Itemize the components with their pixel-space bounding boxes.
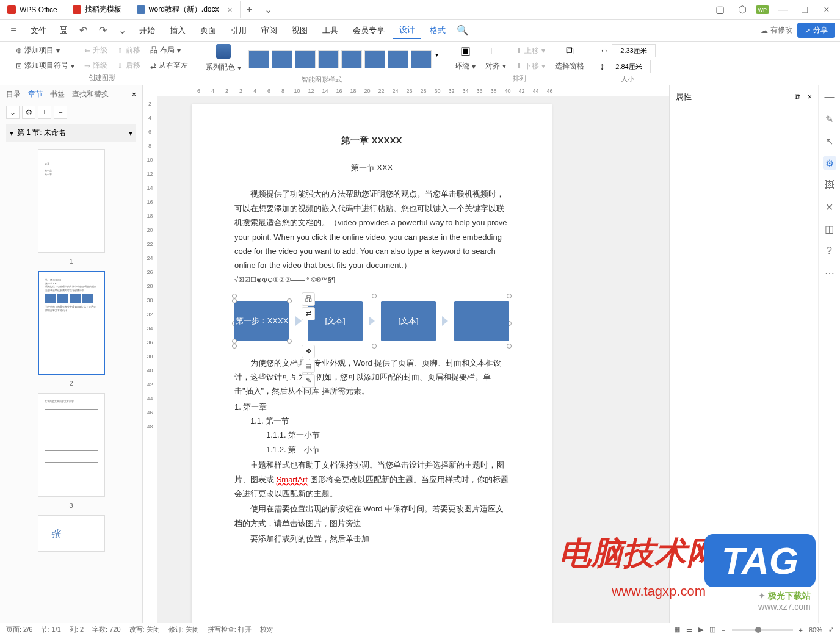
collapse-button[interactable]: ⌄ bbox=[6, 106, 20, 119]
dropdown-icon[interactable]: ⌄ bbox=[114, 22, 131, 39]
add-tab-button[interactable]: + bbox=[241, 4, 258, 15]
status-section[interactable]: 节: 1/1 bbox=[41, 625, 60, 634]
width-input[interactable] bbox=[612, 44, 656, 57]
share-button[interactable]: ↗ 分享 bbox=[797, 23, 835, 38]
move-down-button[interactable]: ⬇ 下移 ▾ bbox=[513, 60, 548, 73]
section-1[interactable]: ▾ 第 1 节: 未命名 ▾ bbox=[6, 124, 136, 142]
modify-indicator[interactable]: ☁ 有修改 bbox=[761, 25, 792, 35]
thumb-page-1[interactable]: 目录第一章第一节 bbox=[38, 149, 105, 253]
move-tool-icon[interactable]: ✥ bbox=[302, 345, 315, 358]
smartart-step-4[interactable] bbox=[454, 301, 509, 341]
menu-member[interactable]: 会员专享 bbox=[347, 23, 391, 38]
fit-icon[interactable]: ⤢ bbox=[828, 626, 834, 634]
status-words[interactable]: 字数: 720 bbox=[92, 625, 120, 634]
tab-menu-button[interactable]: ⌄ bbox=[258, 4, 278, 15]
add-section-button[interactable]: + bbox=[38, 106, 51, 119]
close-icon[interactable]: × bbox=[807, 92, 812, 101]
tab-template[interactable]: 找稻壳模板 bbox=[65, 1, 129, 18]
tools-icon[interactable]: ✕ bbox=[823, 200, 836, 214]
style-preset-2[interactable] bbox=[272, 50, 292, 68]
menu-insert[interactable]: 插入 bbox=[164, 23, 192, 38]
save-icon[interactable]: 🖫 bbox=[55, 22, 72, 39]
style-preset-4[interactable] bbox=[318, 50, 339, 68]
thumb-page-3[interactable]: 文本内容文本内容文本内容 bbox=[38, 393, 105, 497]
image-icon[interactable]: 🖼 bbox=[823, 178, 836, 192]
status-page[interactable]: 页面: 2/6 bbox=[6, 625, 32, 634]
style-preset-8[interactable] bbox=[411, 50, 432, 68]
menu-tools[interactable]: 工具 bbox=[316, 23, 344, 38]
view-print-icon[interactable]: ▦ bbox=[674, 626, 680, 634]
select-pane-button[interactable]: 选择窗格 bbox=[552, 60, 587, 73]
view-outline-icon[interactable]: ☰ bbox=[686, 626, 692, 634]
gallery-more-button[interactable]: ▾ bbox=[434, 50, 440, 68]
selection-handle[interactable] bbox=[232, 344, 237, 349]
selection-handle[interactable] bbox=[507, 344, 512, 349]
smartart-step-2[interactable]: [文本] bbox=[308, 301, 363, 341]
settings-icon[interactable]: ⚙ bbox=[823, 156, 836, 170]
align-button[interactable]: 对齐 ▾ bbox=[483, 60, 509, 73]
undo-icon[interactable]: ↶ bbox=[74, 22, 92, 39]
smartart-step-1[interactable]: 第一步：XXXX bbox=[234, 301, 289, 341]
settings-button[interactable]: ⚙ bbox=[22, 106, 35, 119]
panel-close-icon[interactable]: × bbox=[132, 90, 136, 99]
thumb-page-2[interactable]: 第一章 XXXXX第一节 XXX 视频提供了功能强大的方法帮助您证明您的观点当您… bbox=[38, 271, 105, 375]
demote-button[interactable]: ⇒ 降级 bbox=[82, 59, 110, 72]
layers-icon[interactable]: ◫ bbox=[823, 222, 836, 236]
height-input[interactable] bbox=[607, 60, 651, 73]
help-icon[interactable]: ? bbox=[823, 244, 836, 258]
tab-document[interactable]: word教程（新）.docx × bbox=[129, 1, 241, 18]
remove-section-button[interactable]: − bbox=[54, 106, 67, 119]
status-revision[interactable]: 修订: 关闭 bbox=[168, 625, 199, 634]
view-web-icon[interactable]: ◫ bbox=[709, 626, 715, 634]
rtl-button[interactable]: ⇄ 从右至左 bbox=[148, 59, 190, 72]
thumb-page-4[interactable]: 张 bbox=[38, 515, 105, 552]
more-icon[interactable]: ⋯ bbox=[823, 266, 836, 280]
smartart-step-3[interactable]: [文本] bbox=[381, 301, 436, 341]
status-proof[interactable]: 校对 bbox=[260, 625, 273, 634]
menu-reference[interactable]: 引用 bbox=[225, 23, 253, 38]
file-menu[interactable]: 文件 bbox=[24, 23, 52, 38]
selection-handle[interactable] bbox=[507, 294, 512, 298]
move-up-button[interactable]: ⬆ 上移 ▾ bbox=[513, 45, 548, 57]
minimize-icon[interactable]: — bbox=[823, 90, 836, 104]
cube-icon[interactable]: ⬡ bbox=[734, 1, 751, 18]
edit-tool-icon[interactable]: ✎ bbox=[302, 374, 315, 388]
style-preset-7[interactable] bbox=[388, 50, 408, 68]
status-track[interactable]: 改写: 关闭 bbox=[129, 625, 160, 634]
move-after-button[interactable]: ⇓ 后移 bbox=[115, 59, 143, 72]
layout-button[interactable]: 品 布局 ▾ bbox=[148, 44, 190, 57]
style-preset-3[interactable] bbox=[295, 50, 316, 68]
tab-toc[interactable]: 目录 bbox=[6, 89, 21, 99]
style-preset-6[interactable] bbox=[364, 50, 385, 68]
zoom-value[interactable]: 80% bbox=[809, 626, 822, 634]
user-badge[interactable]: WP bbox=[756, 5, 770, 14]
redo-icon[interactable]: ↷ bbox=[94, 22, 111, 39]
tab-find-replace[interactable]: 查找和替换 bbox=[72, 89, 109, 99]
status-spell[interactable]: 拼写检查: 打开 bbox=[208, 625, 252, 634]
smartart-container[interactable]: 第一步：XXXX [文本] [文本] 品 ⇄ bbox=[234, 296, 509, 346]
menu-format[interactable]: 格式 bbox=[424, 23, 452, 38]
menu-page[interactable]: 页面 bbox=[194, 23, 222, 38]
document-page[interactable]: 第一章 XXXXX 第一节 XXX 视频提供了功能强大的方法帮助您证明您的观点。… bbox=[192, 104, 552, 624]
view-read-icon[interactable]: ▶ bbox=[698, 626, 703, 634]
tab-chapters[interactable]: 章节 bbox=[28, 89, 43, 99]
tab-wps-office[interactable]: WPS Office bbox=[0, 1, 65, 18]
menu-design[interactable]: 设计 bbox=[393, 22, 421, 39]
promote-button[interactable]: ⇐ 升级 bbox=[82, 44, 110, 57]
add-bullet-button[interactable]: ⊡ 添加项目符号 ▾ bbox=[13, 59, 77, 72]
cursor-icon[interactable]: ↖ bbox=[823, 134, 836, 148]
menu-start[interactable]: 开始 bbox=[133, 23, 161, 38]
layout-tool-icon[interactable]: 品 bbox=[302, 292, 315, 306]
menu-review[interactable]: 审阅 bbox=[255, 23, 283, 38]
style-preset-5[interactable] bbox=[341, 50, 362, 68]
window-icon[interactable]: ▢ bbox=[712, 1, 729, 18]
close-icon[interactable]: × bbox=[228, 5, 233, 15]
close-button[interactable]: × bbox=[818, 1, 835, 18]
maximize-button[interactable]: □ bbox=[796, 1, 813, 18]
zoom-handle[interactable] bbox=[755, 627, 761, 633]
add-item-button[interactable]: ⊕ 添加项目 ▾ bbox=[13, 44, 77, 57]
pen-icon[interactable]: ✎ bbox=[823, 112, 836, 126]
zoom-out-button[interactable]: − bbox=[722, 626, 725, 634]
zoom-in-button[interactable]: + bbox=[799, 626, 803, 634]
selection-handle[interactable] bbox=[372, 294, 377, 298]
